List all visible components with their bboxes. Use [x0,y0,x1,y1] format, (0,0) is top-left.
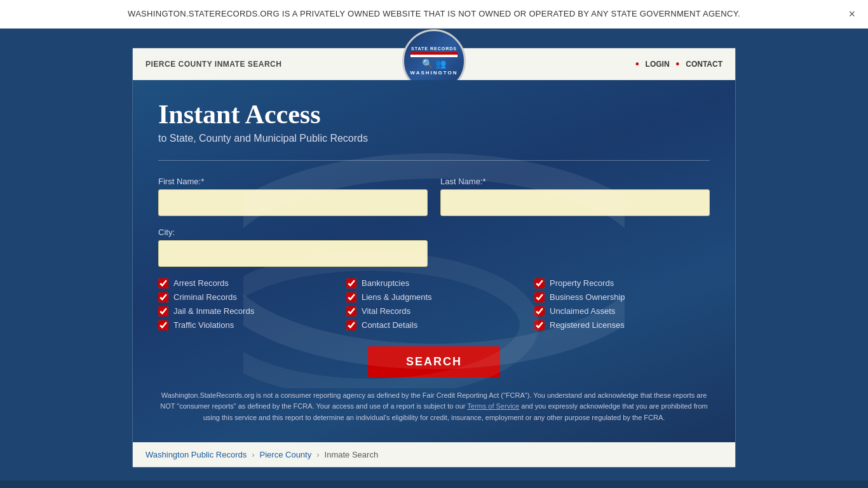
main-card: PIERCE COUNTY INMATE SEARCH STATE RECORD… [132,48,736,468]
breadcrumb-link-1[interactable]: Washington Public Records [146,450,247,459]
checkbox-label-0: Arrest Records [173,278,229,288]
checkbox-label-10: Contact Details [362,320,417,330]
main-background: PIERCE COUNTY INMATE SEARCH STATE RECORD… [0,29,868,481]
search-button[interactable]: SEARCH [368,346,500,377]
checkbox-item: Property Records [534,278,710,288]
checkbox-8[interactable] [534,306,545,316]
nav-login-link[interactable]: LOGIN [646,60,670,69]
logo-text-top: STATE RECORDS [410,46,458,51]
checkbox-label-3: Criminal Records [173,292,237,302]
last-name-input[interactable] [440,189,710,216]
city-group: City: [158,227,428,267]
breadcrumb-current: Inmate Search [325,450,379,459]
checkbox-item: Unclaimed Assets [534,306,710,316]
checkbox-0[interactable] [158,278,168,288]
nav-dot-1: • [635,58,639,70]
card-footer: Washington Public Records › Pierce Count… [133,442,735,467]
tos-link[interactable]: Terms of Service [467,402,519,410]
card-header: PIERCE COUNTY INMATE SEARCH STATE RECORD… [133,48,735,80]
checkbox-item: Arrest Records [158,278,334,288]
logo-flag [410,52,458,57]
breadcrumb-sep-1: › [252,450,254,459]
checkbox-7[interactable] [346,306,356,316]
disclaimer: Washington.StateRecords.org is not a con… [158,390,710,424]
divider [158,160,710,161]
logo-inner: STATE RECORDS 🔍 👥 WASHINGTON [410,46,458,76]
checkbox-item: Jail & Inmate Records [158,306,334,316]
checkbox-1[interactable] [346,278,356,288]
checkbox-3[interactable] [158,292,168,302]
hero-subtitle: to State, County and Municipal Public Re… [158,133,710,144]
checkbox-9[interactable] [158,320,168,330]
checkbox-6[interactable] [158,306,168,316]
checkbox-2[interactable] [534,278,545,288]
city-input[interactable] [158,240,428,267]
card-body: Instant Access to State, County and Muni… [133,80,735,443]
checkbox-label-8: Unclaimed Assets [550,306,615,316]
checkbox-section: Arrest RecordsBankruptciesProperty Recor… [158,278,710,330]
checkbox-label-9: Traffic Violations [173,320,234,330]
top-banner: WASHINGTON.STATERECORDS.ORG IS A PRIVATE… [0,0,868,29]
checkbox-item: Bankruptcies [346,278,522,288]
checkbox-item: Business Ownership [534,292,710,302]
checkbox-label-5: Business Ownership [550,292,625,302]
search-icon: 🔍 [422,58,433,69]
search-button-container: SEARCH [158,346,710,377]
header-nav: • LOGIN • CONTACT [635,58,722,70]
hero-title: Instant Access [158,99,710,130]
checkbox-item: Criminal Records [158,292,334,302]
nav-contact-link[interactable]: CONTACT [686,60,722,69]
first-name-label: First Name:* [158,177,428,186]
name-row: First Name:* Last Name:* [158,177,710,216]
checkbox-item: Registered Licenses [534,320,710,330]
last-name-label: Last Name:* [440,177,710,186]
logo-icons: 🔍 👥 [410,58,458,69]
first-name-input[interactable] [158,189,428,216]
last-name-group: Last Name:* [440,177,710,216]
checkbox-label-7: Vital Records [362,306,410,316]
banner-text: WASHINGTON.STATERECORDS.ORG IS A PRIVATE… [128,9,740,18]
breadcrumb-sep-2: › [316,450,319,459]
logo-text-bottom: WASHINGTON [410,70,458,76]
nav-dot-2: • [676,58,680,70]
checkbox-item: Vital Records [346,306,522,316]
people-icon: 👥 [435,58,446,69]
checkbox-label-6: Jail & Inmate Records [173,306,254,316]
checkbox-10[interactable] [346,320,356,330]
checkbox-11[interactable] [534,320,545,330]
checkbox-label-2: Property Records [550,278,614,288]
breadcrumb-link-2[interactable]: Pierce County [260,450,312,459]
close-banner-button[interactable]: × [848,7,855,20]
first-name-group: First Name:* [158,177,428,216]
city-label: City: [158,227,428,237]
checkbox-label-11: Registered Licenses [550,320,625,330]
page-title: PIERCE COUNTY INMATE SEARCH [146,60,281,69]
checkbox-label-1: Bankruptcies [362,278,409,288]
checkbox-label-4: Liens & Judgments [362,292,432,302]
checkbox-item: Traffic Violations [158,320,334,330]
checkbox-item: Liens & Judgments [346,292,522,302]
city-row: City: [158,227,710,267]
checkbox-5[interactable] [534,292,545,302]
checkbox-item: Contact Details [346,320,522,330]
checkbox-4[interactable] [346,292,356,302]
